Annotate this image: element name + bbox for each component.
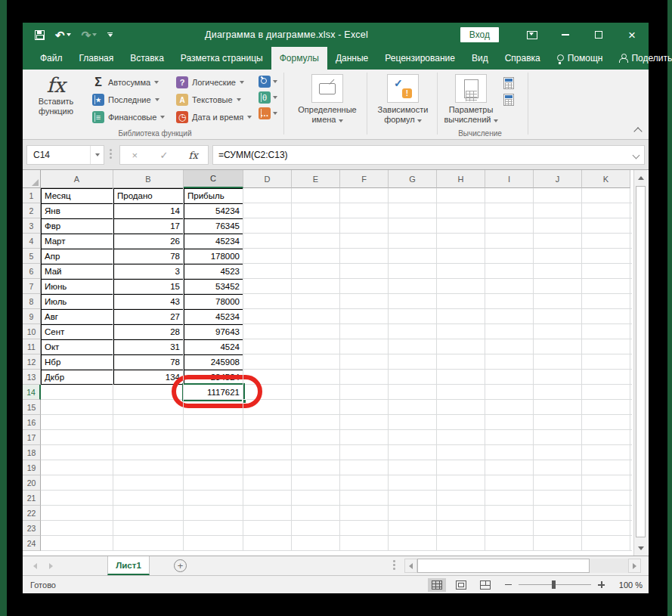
column-header-C[interactable]: C — [184, 170, 243, 188]
cell-A7[interactable]: Июнь — [41, 279, 113, 294]
formula-input[interactable]: =СУММ(C2:C13) — [212, 145, 645, 165]
row-header-2[interactable]: 2 — [23, 203, 41, 218]
zoom-slider-thumb[interactable] — [552, 580, 556, 589]
row-header-6[interactable]: 6 — [23, 264, 41, 279]
cell-B12[interactable]: 78 — [113, 354, 184, 370]
cell-A2[interactable]: Янв — [41, 203, 113, 218]
zoom-slider-track[interactable] — [519, 584, 591, 585]
vertical-scroll-thumb[interactable] — [636, 186, 646, 537]
cell-B9[interactable]: 27 — [113, 309, 184, 324]
page-break-view-button[interactable] — [476, 578, 494, 592]
column-header-D[interactable]: D — [243, 170, 292, 188]
close-button[interactable]: × — [615, 23, 649, 47]
cell-B2[interactable]: 14 — [113, 203, 184, 218]
row-header-20[interactable]: 20 — [23, 475, 41, 491]
row-header-16[interactable]: 16 — [23, 415, 41, 430]
row-header-17[interactable]: 17 — [23, 430, 41, 445]
vertical-scrollbar[interactable] — [633, 170, 647, 556]
name-box-dropdown[interactable] — [90, 146, 104, 164]
tab-data[interactable]: Данные — [327, 47, 376, 70]
zoom-level[interactable]: 100 % — [615, 580, 643, 590]
row-header-4[interactable]: 4 — [23, 234, 41, 249]
more-functions-button[interactable] — [259, 107, 277, 119]
row-header-22[interactable]: 22 — [23, 506, 41, 521]
cell-A12[interactable]: Нбр — [41, 354, 113, 370]
tab-scroll-splitter[interactable] — [393, 560, 395, 571]
row-header-13[interactable]: 13 — [23, 370, 41, 385]
row-header-8[interactable]: 8 — [23, 294, 41, 309]
sign-in-button[interactable]: Вход — [460, 27, 499, 42]
lookup-reference-button[interactable] — [259, 76, 277, 88]
row-header-19[interactable]: 19 — [23, 460, 41, 475]
calculate-now-icon[interactable] — [503, 77, 514, 89]
row-header-11[interactable]: 11 — [23, 339, 41, 354]
cell-A3[interactable]: Фвр — [41, 218, 113, 234]
insert-function-button[interactable]: fx Вставить функцию — [29, 74, 83, 116]
ribbon-menu-autosum[interactable]: Автосумма — [92, 76, 165, 89]
redo-button[interactable]: ↷ — [82, 29, 98, 41]
row-header-9[interactable]: 9 — [23, 309, 41, 324]
tab-formulas[interactable]: Формулы — [271, 47, 327, 70]
row-header-21[interactable]: 21 — [23, 491, 41, 506]
column-header-K[interactable]: K — [582, 170, 630, 188]
select-all-corner[interactable] — [23, 170, 41, 188]
cell-C11[interactable]: 4524 — [184, 339, 243, 354]
row-header-7[interactable]: 7 — [23, 279, 41, 294]
cell-A8[interactable]: Июль — [41, 294, 113, 309]
row-header-1[interactable]: 1 — [23, 188, 41, 203]
defined-names-button[interactable]: Определенные имена — [291, 74, 364, 125]
tab-view[interactable]: Вид — [463, 47, 497, 70]
calculate-sheet-icon[interactable] — [503, 94, 514, 106]
prev-sheet-icon[interactable] — [33, 563, 37, 569]
maximize-button[interactable] — [582, 23, 615, 47]
cell-C8[interactable]: 78000 — [184, 294, 243, 309]
formula-bar-drag-dots[interactable] — [110, 149, 112, 161]
horizontal-scrollbar[interactable] — [404, 559, 641, 573]
cell-C1[interactable]: Прибыль — [184, 188, 243, 203]
cell-A11[interactable]: Окт — [41, 339, 113, 354]
page-layout-view-button[interactable] — [452, 578, 470, 592]
ribbon-menu-financial[interactable]: Финансовые — [92, 110, 165, 124]
tab-home[interactable]: Главная — [71, 47, 122, 70]
horizontal-scroll-track[interactable] — [590, 559, 628, 573]
cancel-entry-button[interactable]: × — [120, 146, 150, 164]
column-header-I[interactable]: I — [485, 170, 534, 188]
cell-C4[interactable]: 45234 — [184, 234, 243, 249]
tab-insert[interactable]: Вставка — [122, 47, 172, 70]
tab-review[interactable]: Рецензирование — [376, 47, 463, 70]
tab-page-layout[interactable]: Разметка страницы — [172, 47, 271, 70]
expand-formula-bar-icon[interactable] — [627, 153, 644, 158]
cell-B11[interactable]: 31 — [113, 339, 184, 354]
tab-file[interactable]: Файл — [32, 47, 71, 70]
math-trig-button[interactable] — [259, 91, 277, 104]
ribbon-menu-datetime[interactable]: Дата и время — [176, 110, 252, 124]
row-header-14[interactable]: 14 — [23, 385, 41, 400]
cell-C3[interactable]: 76345 — [184, 218, 243, 234]
cell-B6[interactable]: 3 — [113, 264, 184, 279]
cell-B1[interactable]: Продано — [113, 188, 184, 203]
row-header-23[interactable]: 23 — [23, 521, 41, 536]
new-sheet-button[interactable]: + — [174, 559, 187, 572]
confirm-entry-button[interactable]: ✓ — [150, 146, 179, 164]
tab-assistant[interactable]: Помощн — [549, 47, 612, 70]
tab-help[interactable]: Справка — [497, 47, 549, 70]
cell-B3[interactable]: 17 — [113, 218, 184, 234]
cell-B5[interactable]: 78 — [113, 249, 184, 264]
minimize-button[interactable] — [549, 23, 582, 47]
cell-C2[interactable]: 54234 — [184, 203, 243, 218]
tab-share[interactable]: Поделиться — [611, 47, 672, 70]
cell-A10[interactable]: Сент — [41, 324, 113, 339]
column-header-A[interactable]: A — [41, 170, 113, 188]
cell-C10[interactable]: 97643 — [184, 324, 243, 339]
row-header-24[interactable]: 24 — [23, 536, 41, 551]
scroll-down-button[interactable] — [634, 540, 647, 556]
cell-C9[interactable]: 45234 — [184, 309, 243, 324]
cell-B7[interactable]: 15 — [113, 279, 184, 294]
insert-function-small-button[interactable]: fx — [178, 146, 208, 164]
scroll-up-button[interactable] — [634, 170, 647, 185]
cell-A13[interactable]: Дкбр — [41, 370, 113, 385]
scroll-left-button[interactable] — [404, 559, 417, 573]
column-header-E[interactable]: E — [292, 170, 340, 188]
collapse-ribbon-icon[interactable] — [633, 127, 642, 135]
calculation-options-button[interactable]: Параметры вычислений — [440, 74, 502, 125]
